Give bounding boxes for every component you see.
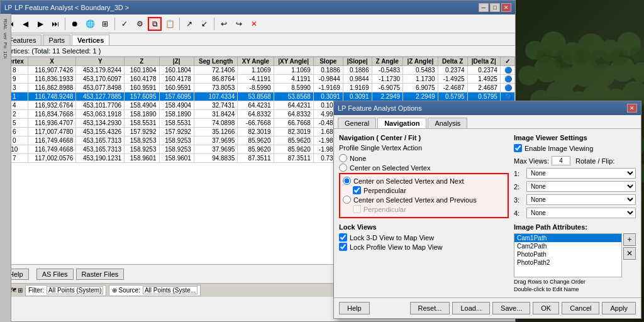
table-row[interactable]: 3116,862.8988453,077.8498160.9591160.959… [1,84,515,92]
radio-center-next: Center on Selected Vertex and Next [343,177,505,185]
dialog-body: Navigation ( Center / Fit ) Profile Sing… [334,129,641,297]
tab-parts[interactable]: Parts [43,35,70,45]
dialog-load-button[interactable]: Load... [452,302,490,314]
dialog-reset-button[interactable]: Reset... [410,302,450,314]
col-xy: XY Angle [238,57,274,66]
max-views-input[interactable] [552,156,570,165]
checkbox-perp-prev-label: Perpendicular [364,206,406,213]
radio-center-prev: Center on Selected Vertex and Previous [343,196,505,204]
col-z: Z [125,57,159,66]
export-button[interactable]: ↗ [182,17,196,31]
dialog-ok-button[interactable]: OK [533,302,559,314]
dialog-footer: Help Reset... Load... Save... OK Cancel … [334,297,641,318]
radio-center-next-input[interactable] [343,177,351,185]
source-value[interactable]: All Points (Syste... [143,286,197,294]
table-row[interactable]: 9116,836.1933453,170.6097160.4178160.417… [1,75,515,84]
rotate-label: Rotate / Flip: [575,157,614,165]
checkbox-perp-next-input[interactable] [353,186,361,194]
table-row[interactable]: 8116,907.7426453,179.8244160.1804160.180… [1,66,515,75]
path-list[interactable]: Cam1Path Cam2Path PhotoPath PhotoPath2 [514,233,622,277]
rotate-select-3[interactable]: None [526,194,636,205]
path-list-container: Cam1Path Cam2Path PhotoPath PhotoPath2 +… [514,233,636,277]
raster-files-button[interactable]: Raster Files [76,269,125,280]
dialog-tab-general[interactable]: General [338,118,376,128]
checkbox-perp-prev-input[interactable] [353,205,361,213]
col-seg: Seg Length [194,57,237,66]
lock-3d-label: Lock 3-D View to Map View [350,234,434,242]
paste-button[interactable]: 📋 [163,17,177,31]
enable-image-checkbox[interactable] [514,144,522,152]
checkbox-perp-next-label: Perpendicular [364,187,406,194]
filter-label: Filter: [28,287,44,294]
checkbox-perp-next: Perpendicular [353,186,505,194]
col-xyabs: |XY Angle| [274,57,313,66]
cancel-toolbar-button[interactable]: ✕ [247,17,261,31]
source-label: Source: [118,287,140,294]
rotate-select-4[interactable]: None [526,208,636,218]
globe-button[interactable]: 🌐 [83,17,97,31]
filter-item: Filter: All Points (System) [25,285,106,296]
sidebar-label-rial: RIAL [3,19,8,30]
prev-button[interactable]: ◀ [18,17,32,31]
path-item-photo[interactable]: PhotoPath [514,250,621,258]
svg-point-46 [574,48,590,65]
filter-value[interactable]: All Points (System) [47,286,103,294]
path-item-cam1[interactable]: Cam1Path [514,234,621,242]
col-slopeabs: |Slope| [343,57,372,66]
radio-center-selected-input[interactable] [339,164,347,172]
source-item: ⊕ Source: All Points (Syste... [109,285,201,296]
tab-vertices[interactable]: Vertices [72,35,109,45]
as-files-button[interactable]: AS Files [36,269,74,280]
dialog-help-button[interactable]: Help [339,302,370,314]
settings-button[interactable]: ⚙ [133,17,147,31]
col-deltaabs: |Delta Z| [467,57,500,66]
undo-button[interactable]: ↩ [217,17,231,31]
dialog-title-text: LP Feature Analyst Options [338,104,422,112]
title-bar-left: LP LP Feature Analyst < Boundary_3D > [4,4,129,11]
lock-profile-checkbox[interactable] [339,243,347,251]
record-button[interactable]: ⏺ [68,17,82,31]
radio-none-input[interactable] [339,154,347,162]
dialog-tab-navigation[interactable]: Navigation [377,118,426,128]
row-check: 🔵 [500,66,514,75]
grid-button[interactable]: ⊞ [98,17,112,31]
rotate-select-1[interactable]: None [526,168,636,179]
minimize-button[interactable]: ─ [479,3,489,12]
lock-3d-checkbox[interactable] [339,233,347,242]
redo-button[interactable]: ↪ [232,17,246,31]
enable-image-viewing: Enable Image Viewing [514,144,636,152]
path-remove-button[interactable]: ✕ [623,247,636,260]
radio-center-selected: Center on Selected Vertex [339,164,509,172]
checkbox-perp-prev: Perpendicular [353,205,505,213]
lock-profile-item: Lock Profile View to Map View [339,243,509,251]
close-button[interactable]: ✕ [501,3,511,12]
rotate-row-1: 1: None [514,168,636,179]
import-button[interactable]: ↙ [197,17,211,31]
app-icon: LP [4,4,12,11]
dialog-apply-button[interactable]: Apply [602,302,636,314]
svg-point-44 [536,49,552,64]
row-check: 🔵 [500,84,514,92]
toolbar: ⏮ ◀ ▶ ⏭ ⏺ 🌐 ⊞ ✓ ⚙ ⧉ 📋 ↗ ↙ ↩ ↪ ✕ [1,14,515,33]
path-add-button[interactable]: + [623,233,636,246]
dialog-tab-analysis[interactable]: Analysis [428,118,467,128]
dialog-save-button[interactable]: Save... [492,302,530,314]
dialog-cancel-button[interactable]: Cancel [562,302,599,314]
maximize-button[interactable]: □ [490,3,500,12]
path-item-photo2[interactable]: PhotoPath2 [514,258,621,267]
check-button[interactable]: ✓ [118,17,131,31]
highlight-box: Center on Selected Vertex and Next Perpe… [339,173,509,218]
last-button[interactable]: ⏭ [48,17,62,31]
rotate-select-2[interactable]: None [526,181,636,192]
copy-button[interactable]: ⧉ [148,17,162,31]
radio-center-next-label: Center on Selected Vertex and Next [353,177,464,185]
path-item-cam2[interactable]: Cam2Path [514,242,621,250]
radio-center-prev-input[interactable] [343,196,351,204]
rotate-row-4: 4: None [514,208,636,218]
col-slope: Slope [313,57,343,66]
radio-none-label: None [350,155,366,162]
dialog-close-button[interactable]: ✕ [627,104,637,113]
play-button[interactable]: ▶ [33,17,47,31]
left-sidebar: RIAL ver Po 1Di [0,14,11,322]
table-row[interactable]: 1116,748.9248453,127.7885157.6095157.609… [1,92,515,101]
